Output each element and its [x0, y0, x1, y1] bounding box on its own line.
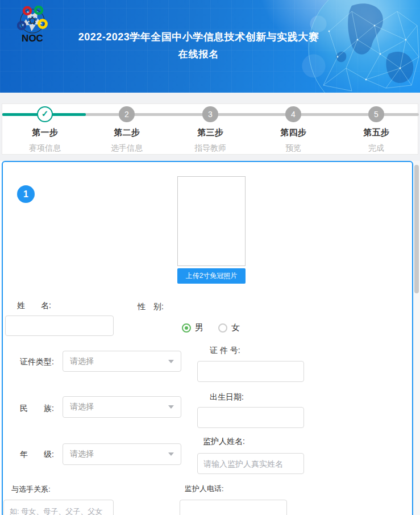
birth-date-input[interactable]: [197, 407, 304, 428]
gender-female-label: 女: [231, 322, 240, 333]
gender-option-female[interactable]: 女: [218, 322, 240, 333]
ethnicity-select[interactable]: 请选择: [63, 396, 181, 418]
guardian-phone-input[interactable]: [180, 500, 287, 515]
step-3-subtitle: 指导教师: [176, 143, 244, 153]
step-1-title: 第一步: [11, 127, 79, 138]
step-1-check-icon: ✓: [37, 106, 53, 122]
guardian-name-input[interactable]: [197, 453, 304, 474]
step-2-number: 2: [119, 106, 135, 122]
photo-upload-area[interactable]: [177, 176, 246, 266]
stepper-step-3[interactable]: 3 第三步 指导教师: [176, 106, 244, 153]
step-5-number: 5: [368, 106, 384, 122]
grade-select[interactable]: 请选择: [63, 443, 181, 465]
name-label: 姓 名:: [17, 301, 51, 310]
gender-option-male[interactable]: 男: [182, 322, 203, 333]
stepper-step-4[interactable]: 4 第四步 预览: [259, 106, 327, 153]
player-info-form: 1 上传2寸免冠照片 姓 名: 性 别: 男 女 证件类型: 请选择 证 件 号…: [2, 161, 413, 515]
id-type-label: 证件类型:: [20, 357, 54, 366]
gender-label: 性 别:: [138, 302, 164, 311]
step-2-subtitle: 选手信息: [93, 143, 161, 153]
page-header: NOC 2022-2023学年全国中小学信息技术创新与实践大赛 在线报名: [0, 0, 420, 93]
radio-unselected-icon[interactable]: [218, 323, 227, 333]
registration-page: NOC 2022-2023学年全国中小学信息技术创新与实践大赛 在线报名 ✓ 第…: [0, 0, 420, 515]
id-type-select[interactable]: 请选择: [63, 351, 181, 372]
step-3-title: 第三步: [176, 127, 244, 138]
step-2-title: 第二步: [93, 127, 161, 138]
id-type-placeholder: 请选择: [70, 356, 168, 367]
step-4-subtitle: 预览: [259, 143, 327, 153]
ethnicity-label: 民 族:: [20, 404, 54, 413]
upload-photo-button[interactable]: 上传2寸免冠照片: [177, 268, 246, 284]
birth-date-label: 出生日期:: [210, 392, 244, 401]
guardian-phone-label: 监护人电话:: [185, 484, 224, 493]
name-input[interactable]: [5, 315, 114, 336]
step-5-title: 第五步: [342, 127, 410, 138]
stepper-step-2[interactable]: 2 第二步 选手信息: [93, 106, 161, 153]
step-4-number: 4: [285, 106, 301, 122]
chevron-down-icon: [168, 405, 174, 409]
scrollbar-thumb[interactable]: [414, 165, 419, 293]
guardian-name-label: 监护人姓名:: [203, 437, 245, 446]
radio-selected-icon[interactable]: [182, 323, 191, 333]
step-3-number: 3: [202, 106, 218, 122]
id-number-input[interactable]: [197, 361, 304, 382]
step-4-title: 第四步: [259, 127, 327, 138]
relation-input[interactable]: [3, 500, 114, 515]
section-number-badge: 1: [17, 185, 35, 203]
stepper: ✓ 第一步 赛项信息 2 第二步 选手信息 3 第三步 指导教师 4 第四步 预…: [2, 103, 418, 155]
gender-radio-group: 男 女: [182, 322, 240, 333]
id-number-label: 证 件 号:: [210, 346, 240, 355]
step-1-subtitle: 赛项信息: [11, 143, 79, 153]
globe-graphic: [267, 0, 420, 93]
gender-male-label: 男: [195, 322, 203, 333]
grade-label: 年 级:: [20, 450, 54, 459]
page-title: 2022-2023学年全国中小学信息技术创新与实践大赛: [0, 30, 397, 44]
chevron-down-icon: [168, 452, 174, 456]
ethnicity-placeholder: 请选择: [70, 402, 168, 412]
stepper-step-1[interactable]: ✓ 第一步 赛项信息: [11, 106, 79, 153]
grade-placeholder: 请选择: [70, 449, 168, 459]
page-subtitle: 在线报名: [0, 48, 397, 61]
stepper-step-5[interactable]: 5 第五步 完成: [342, 106, 410, 153]
step-5-subtitle: 完成: [342, 143, 410, 153]
relation-label: 与选手关系:: [11, 485, 51, 494]
chevron-down-icon: [168, 360, 174, 363]
